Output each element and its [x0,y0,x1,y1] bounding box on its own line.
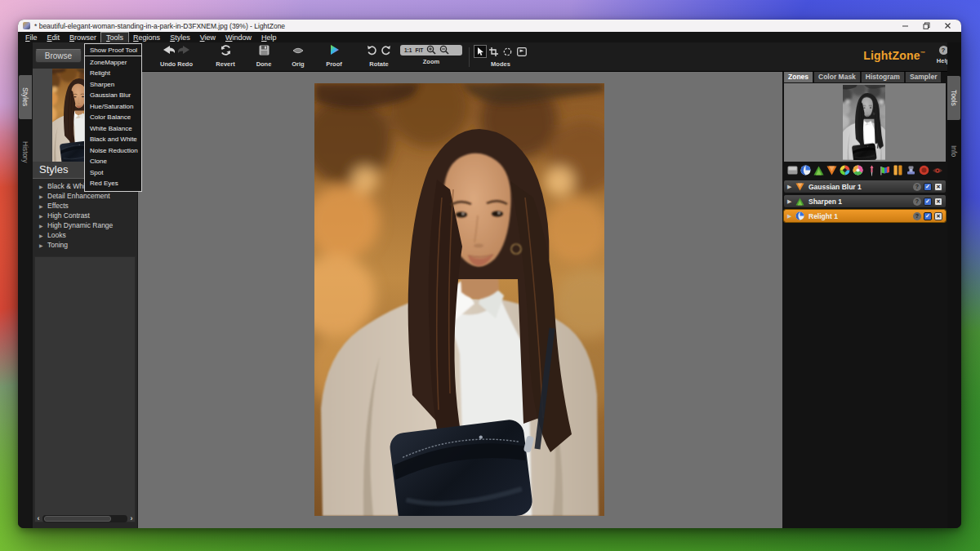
menu-view[interactable]: View [195,33,220,42]
tool-remove-button[interactable]: ✕ [934,198,942,206]
style-group-toning[interactable]: ▶ Toning [33,240,137,250]
relight-icon[interactable] [800,165,811,176]
menu-item-spot[interactable]: Spot [85,167,141,179]
style-group-high-contrast[interactable]: ▶ High Contrast [33,211,137,220]
region-mode-icon[interactable] [516,46,528,57]
maximize-button[interactable] [922,22,930,30]
orig-button[interactable]: Orig [284,45,312,69]
zoom-fit-button[interactable]: FIT [415,47,423,53]
tab-tools-vertical[interactable]: Tools [947,76,960,120]
menu-styles[interactable]: Styles [165,33,195,42]
tool-row-gaussian-blur[interactable]: ▶ Gaussian Blur 1 ? ✓ ✕ [784,180,946,193]
tool-help-icon[interactable]: ? [913,198,921,206]
clone-icon[interactable] [906,165,917,176]
tool-help-icon[interactable]: ? [913,183,921,191]
black-and-white-icon[interactable] [879,165,890,176]
white-balance-icon[interactable] [866,165,877,176]
menu-item-color-balance[interactable]: Color Balance [85,112,141,123]
menu-file[interactable]: File [20,33,42,42]
tool-remove-button[interactable]: ✕ [934,183,942,191]
tab-sampler[interactable]: Sampler [906,72,942,82]
expander-icon[interactable]: ▶ [39,203,47,209]
style-group-looks[interactable]: ▶ Looks [33,230,137,240]
style-group-high-dynamic-range[interactable]: ▶ High Dynamic Range [33,220,137,230]
tool-enabled-checkbox[interactable]: ✓ [924,198,932,206]
expander-icon[interactable]: ▶ [39,233,47,238]
expander-icon[interactable]: ▶ [39,193,47,199]
done-button[interactable]: Done [248,45,279,69]
horizontal-scrollbar[interactable]: ‹ › [34,513,136,523]
tab-histogram[interactable]: Histogram [862,72,904,82]
browse-button[interactable]: Browse [35,49,82,63]
style-group-detail-enhancement[interactable]: ▶ Detail Enhancement [33,191,137,201]
revert-button[interactable]: Revert [209,45,242,69]
red-eyes-icon[interactable] [932,165,943,176]
rotate-right-icon[interactable] [381,44,391,59]
title-bar[interactable]: * beautiful-elegant-woman-standing-in-a-… [18,20,961,32]
expander-icon[interactable]: ▶ [39,213,47,219]
sharpen-icon[interactable] [813,165,824,176]
menu-item-red-eyes[interactable]: Red Eyes [85,178,141,189]
color-balance-icon[interactable] [853,165,864,176]
scrollbar-track[interactable] [42,515,127,522]
tab-info-vertical[interactable]: Info [947,135,960,167]
editor-canvas[interactable] [137,72,782,528]
zonemapper-icon[interactable] [786,165,798,176]
menu-item-white-balance[interactable]: White Balance [85,123,141,135]
spot-icon[interactable] [919,165,930,176]
rotate-left-icon[interactable] [367,44,377,59]
menu-item-zonemapper[interactable]: ZoneMapper [85,57,141,69]
undo-icon[interactable] [161,44,175,59]
menu-edit[interactable]: Edit [42,33,65,42]
gaussian-blur-icon[interactable] [826,165,838,176]
tool-remove-button[interactable]: ✕ [934,212,942,220]
menu-item-noise-reduction[interactable]: Noise Reduction [85,145,141,157]
menu-item-clone[interactable]: Clone [85,156,141,167]
tool-enabled-checkbox[interactable]: ✓ [924,212,932,220]
zoom-1-1-button[interactable]: 1:1 [404,47,412,53]
tool-row-sharpen[interactable]: ▶ Sharpen 1 ? ✓ ✕ [784,195,946,207]
proof-button[interactable]: Proof [318,45,350,69]
tool-help-icon[interactable]: ? [913,212,921,220]
menu-help[interactable]: Help [256,33,282,42]
menu-item-gaussian-blur[interactable]: Gaussian Blur [85,90,141,101]
zones-preview[interactable] [784,83,946,162]
menu-browser[interactable]: Browser [65,33,101,42]
minimize-button[interactable] [901,22,909,30]
tool-row-relight[interactable]: ▶ Relight 1 ? ✓ ✕ [784,210,946,222]
rotate-mode-icon[interactable] [502,46,514,57]
scroll-right-icon[interactable]: › [127,514,136,522]
menu-regions[interactable]: Regions [128,33,165,42]
expander-icon[interactable]: ▶ [39,223,47,229]
menu-tools[interactable]: Tools [101,33,128,42]
redo-icon[interactable] [178,44,192,59]
tab-color-mask[interactable]: Color Mask [814,72,860,82]
crop-mode-icon[interactable] [488,46,500,57]
zoom-in-icon[interactable] [426,43,436,58]
arrow-mode-icon[interactable] [474,46,486,57]
menu-window[interactable]: Window [220,33,256,42]
rotate-group[interactable]: Rotate [359,45,399,69]
photo-image[interactable] [314,83,604,516]
style-group-effects[interactable]: ▶ Effects [33,201,137,211]
tab-history-vertical[interactable]: History [19,131,32,173]
expander-icon[interactable]: ▶ [39,242,47,248]
zoom-out-icon[interactable] [439,43,449,58]
scrollbar-thumb[interactable] [44,516,111,522]
expander-icon[interactable]: ▶ [787,184,795,190]
tool-enabled-checkbox[interactable]: ✓ [924,183,932,191]
menu-item-relight[interactable]: Relight [85,68,141,79]
menu-item-sharpen[interactable]: Sharpen [85,79,141,91]
menu-item-black-and-white[interactable]: Black and White [85,134,141,145]
noise-reduction-icon[interactable] [892,165,903,176]
hue-saturation-icon[interactable] [840,165,851,176]
close-button[interactable] [943,22,951,30]
expander-icon[interactable]: ▶ [787,198,795,205]
tab-styles-vertical[interactable]: Styles [19,75,32,119]
menu-item-hue-saturation[interactable]: Hue/Saturation [85,101,141,113]
tab-zones[interactable]: Zones [784,72,813,82]
scroll-left-icon[interactable]: ‹ [34,514,42,522]
menu-item-show-proof-tool[interactable]: Show Proof Tool [85,45,141,56]
expander-icon[interactable]: ▶ [787,213,795,220]
expander-icon[interactable]: ▶ [39,184,47,189]
